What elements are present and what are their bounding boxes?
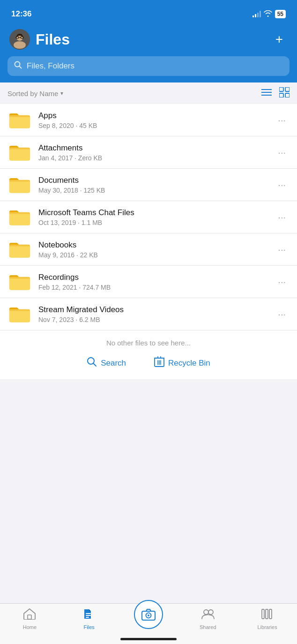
folder-icon [7, 142, 32, 163]
list-item[interactable]: Apps Sep 8, 2020 · 45 KB ··· [0, 104, 297, 136]
status-time: 12:36 [11, 9, 31, 19]
file-name: Microsoft Teams Chat Files [38, 208, 267, 218]
camera-circle [134, 600, 163, 629]
folder-icon [7, 271, 32, 292]
add-button[interactable]: + [271, 31, 288, 48]
svg-point-31 [204, 610, 208, 614]
file-meta: Sep 8, 2020 · 45 KB [38, 122, 267, 129]
search-action-icon [87, 357, 97, 369]
actions-row: Search Recycle Bin [0, 350, 297, 379]
file-info: Stream Migrated Videos Nov 7, 2023 · 6.2… [38, 305, 267, 323]
svg-rect-34 [266, 609, 268, 619]
tab-camera[interactable] [130, 600, 167, 629]
svg-rect-35 [269, 609, 272, 619]
file-meta: May 30, 2018 · 125 KB [38, 187, 267, 194]
grid-view-icon[interactable] [279, 87, 290, 99]
file-meta: May 9, 2016 · 22 KB [38, 251, 267, 259]
recycle-bin-button[interactable]: Recycle Bin [154, 356, 210, 370]
avatar[interactable] [9, 29, 30, 50]
list-item[interactable]: Notebooks May 9, 2016 · 22 KB ··· [0, 233, 297, 266]
list-item[interactable]: Documents May 30, 2018 · 125 KB ··· [0, 169, 297, 201]
svg-rect-26 [86, 615, 91, 616]
sort-bar: Sorted by Name ▾ [0, 82, 297, 104]
list-item[interactable]: Stream Migrated Videos Nov 7, 2023 · 6.2… [0, 298, 297, 330]
signal-icon [252, 11, 261, 17]
home-indicator [120, 638, 177, 640]
sort-chevron-icon: ▾ [60, 90, 63, 97]
folder-icon [7, 239, 32, 260]
file-info: Documents May 30, 2018 · 125 KB [38, 175, 267, 194]
tab-home[interactable]: Home [11, 608, 48, 630]
tab-libraries[interactable]: Libraries [249, 608, 286, 630]
svg-line-16 [94, 364, 97, 367]
no-more-files: No other files to see here... [0, 330, 297, 350]
files-icon [83, 608, 95, 622]
tab-shared[interactable]: Shared [189, 608, 227, 630]
file-info: Recordings Feb 12, 2021 · 724.7 MB [38, 272, 267, 291]
file-list: Apps Sep 8, 2020 · 45 KB ··· Attachments… [0, 104, 297, 330]
tab-shared-label: Shared [200, 624, 216, 630]
file-name: Notebooks [38, 240, 267, 250]
status-icons: 55 [252, 10, 286, 18]
file-meta: Oct 13, 2019 · 1.1 MB [38, 219, 267, 226]
search-action-label: Search [101, 359, 126, 368]
folder-icon [7, 174, 32, 195]
svg-rect-12 [285, 87, 290, 91]
file-name: Recordings [38, 272, 267, 283]
svg-rect-24 [28, 615, 31, 619]
tab-files-label: Files [84, 624, 95, 630]
file-name: Attachments [38, 143, 267, 153]
list-item[interactable]: Microsoft Teams Chat Files Oct 13, 2019 … [0, 201, 297, 233]
status-bar: 12:36 55 [0, 0, 297, 25]
file-name: Stream Migrated Videos [38, 305, 267, 315]
more-options-button[interactable]: ··· [274, 307, 290, 322]
file-info: Notebooks May 9, 2016 · 22 KB [38, 240, 267, 259]
file-info: Apps Sep 8, 2020 · 45 KB [38, 111, 267, 129]
tab-files[interactable]: Files [70, 608, 108, 630]
sort-label[interactable]: Sorted by Name ▾ [7, 90, 63, 97]
tab-libraries-label: Libraries [257, 624, 277, 630]
more-options-button[interactable]: ··· [274, 210, 290, 225]
battery-icon: 55 [275, 10, 286, 18]
svg-point-30 [148, 614, 149, 616]
header: Files + [0, 25, 297, 56]
recycle-bin-icon [154, 356, 164, 370]
recycle-bin-label: Recycle Bin [168, 359, 210, 368]
svg-rect-13 [279, 93, 283, 97]
svg-rect-27 [86, 617, 89, 618]
header-left: Files [9, 29, 70, 50]
search-bar[interactable]: Files, Folders [7, 56, 290, 76]
home-icon [23, 608, 36, 622]
more-options-button[interactable]: ··· [274, 145, 290, 160]
search-bar-icon [14, 61, 22, 71]
svg-rect-33 [262, 609, 264, 619]
list-view-icon[interactable] [261, 88, 272, 98]
more-options-button[interactable]: ··· [274, 242, 290, 257]
search-bar-placeholder: Files, Folders [27, 61, 74, 71]
file-info: Attachments Jan 4, 2017 · Zero KB [38, 143, 267, 162]
sort-view-icons [261, 87, 290, 99]
svg-point-2 [14, 41, 26, 49]
file-meta: Feb 12, 2021 · 724.7 MB [38, 284, 267, 291]
folder-icon [7, 207, 32, 227]
file-name: Documents [38, 175, 267, 186]
file-meta: Nov 7, 2023 · 6.2 MB [38, 316, 267, 323]
tab-home-label: Home [23, 624, 37, 630]
svg-rect-14 [285, 93, 290, 97]
more-options-button[interactable]: ··· [274, 113, 290, 127]
search-action-button[interactable]: Search [87, 357, 126, 369]
file-meta: Jan 4, 2017 · Zero KB [38, 154, 267, 162]
wifi-icon [264, 10, 272, 18]
more-options-button[interactable]: ··· [274, 275, 290, 289]
more-options-button[interactable]: ··· [274, 178, 290, 192]
file-info: Microsoft Teams Chat Files Oct 13, 2019 … [38, 208, 267, 226]
svg-line-7 [19, 66, 21, 68]
folder-icon [7, 110, 32, 130]
list-item[interactable]: Attachments Jan 4, 2017 · Zero KB ··· [0, 136, 297, 169]
page-title: Files [36, 31, 70, 48]
file-name: Apps [38, 111, 267, 121]
search-bar-container: Files, Folders [0, 56, 297, 82]
list-item[interactable]: Recordings Feb 12, 2021 · 724.7 MB ··· [0, 266, 297, 298]
svg-rect-25 [86, 613, 91, 614]
shared-icon [201, 608, 215, 622]
